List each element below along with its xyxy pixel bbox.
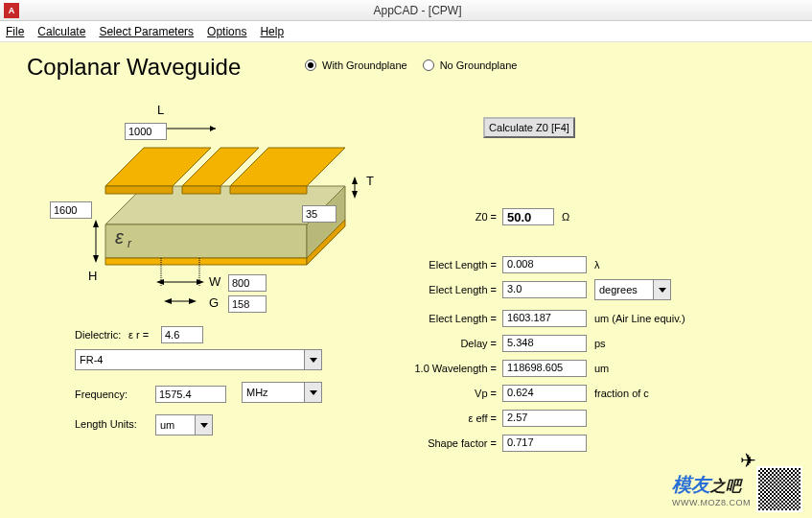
eeff-output: 2.57 [502, 410, 587, 427]
wavelength-output: 118698.605 [502, 360, 587, 377]
svg-marker-7 [182, 186, 220, 194]
groundplane-radio-group: With Groundplane No Groundplane [305, 59, 528, 71]
menu-help[interactable]: Help [260, 25, 284, 38]
dim-L-label: L [157, 103, 164, 117]
svg-marker-20 [93, 220, 99, 227]
svg-marker-18 [352, 191, 358, 199]
length-units-combo[interactable]: um [155, 414, 213, 436]
dielectric-er-label: ε r = [128, 329, 161, 341]
vp-label: Vp = [412, 388, 497, 399]
z0-unit: Ω [562, 211, 569, 223]
cpw-diagram: ε r L T H W G [58, 90, 383, 311]
elen-um-output: 1603.187 [502, 310, 587, 327]
length-units-label: Length Units: [75, 418, 155, 430]
radio-no-groundplane-label: No Groundplane [440, 59, 518, 71]
page-title: Coplanar Waveguide [27, 54, 241, 81]
elen-deg-output: 3.0 [502, 281, 587, 298]
elen-deg-label: Elect Length = [412, 284, 497, 295]
shape-factor-label: Shape factor = [412, 437, 497, 449]
chevron-down-icon[interactable] [195, 415, 212, 435]
svg-marker-29 [189, 298, 197, 304]
svg-marker-28 [164, 298, 172, 304]
chevron-down-icon[interactable] [653, 280, 670, 299]
svg-marker-17 [352, 177, 358, 184]
svg-marker-8 [230, 186, 307, 194]
dim-G-label: G [209, 295, 219, 310]
menu-file[interactable]: File [6, 25, 24, 38]
elen-um-unit: um (Air Line equiv.) [594, 313, 685, 324]
dim-G-input[interactable] [228, 295, 267, 313]
dielectric-material-combo[interactable]: FR-4 [75, 349, 322, 370]
shape-factor-output: 0.717 [502, 435, 587, 452]
watermark: 模友之吧 WWW.MOZ8.COM [672, 466, 802, 512]
vp-output: 0.624 [502, 385, 587, 402]
frequency-label: Frequency: [75, 388, 155, 400]
dielectric-er-input[interactable] [161, 326, 203, 343]
watermark-url: WWW.MOZ8.COM [672, 498, 751, 507]
svg-marker-9 [105, 258, 307, 265]
radio-with-groundplane[interactable] [305, 59, 316, 71]
eeff-label: ε eff = [412, 412, 497, 424]
delay-label: Delay = [412, 338, 497, 349]
dim-L-input[interactable] [125, 123, 167, 140]
menubar: File Calculate Select Parameters Options… [0, 21, 812, 42]
elen-lambda-unit: λ [594, 259, 600, 271]
radio-with-groundplane-label: With Groundplane [322, 59, 407, 71]
window-title: AppCAD - [CPW] [23, 4, 812, 17]
client-area: Coplanar Waveguide With Groundplane No G… [0, 42, 812, 518]
dim-T-label: T [366, 174, 374, 188]
chevron-down-icon[interactable] [304, 350, 321, 369]
menu-options[interactable]: Options [207, 25, 246, 38]
length-units-value: um [160, 419, 174, 431]
radio-no-groundplane[interactable] [423, 59, 434, 71]
svg-marker-15 [210, 126, 216, 131]
z0-output: 50.0 [502, 208, 554, 225]
svg-text:ε: ε [115, 226, 125, 247]
dim-W-input[interactable] [228, 274, 267, 292]
menu-calculate[interactable]: Calculate [37, 25, 85, 38]
chevron-down-icon[interactable] [304, 383, 321, 402]
elen-um-label: Elect Length = [412, 313, 497, 324]
elen-lambda-output: 0.008 [502, 256, 587, 273]
frequency-input[interactable] [155, 386, 226, 403]
delay-output: 5.348 [502, 335, 587, 352]
z0-label: Z0 = [412, 211, 497, 223]
watermark-qr-code [756, 466, 802, 512]
svg-marker-21 [93, 255, 99, 263]
menu-select-parameters[interactable]: Select Parameters [99, 25, 194, 38]
svg-marker-1 [105, 224, 307, 258]
svg-marker-24 [197, 279, 204, 285]
elen-unit-value: degrees [599, 284, 638, 295]
svg-marker-23 [156, 279, 164, 285]
frequency-unit-combo[interactable]: MHz [242, 382, 322, 403]
dim-W-label: W [209, 274, 220, 289]
calculate-z0-button[interactable]: Calculate Z0 [F4] [483, 117, 575, 138]
delay-unit: ps [594, 338, 606, 349]
elen-unit-combo[interactable]: degrees [594, 279, 671, 300]
dielectric-label: Dielectric: [75, 329, 128, 341]
app-icon: A [4, 3, 19, 18]
svg-marker-6 [105, 186, 173, 194]
dim-H-label: H [88, 269, 97, 283]
dim-H-input[interactable] [50, 201, 92, 219]
elen-lambda-label: Elect Length = [412, 259, 497, 271]
dim-T-input[interactable] [302, 205, 336, 223]
watermark-brand: 模友之吧 [672, 472, 751, 498]
wavelength-label: 1.0 Wavelength = [412, 363, 497, 374]
wavelength-unit: um [594, 363, 609, 374]
frequency-unit-value: MHz [246, 387, 268, 398]
window-titlebar: A AppCAD - [CPW] [0, 0, 812, 21]
dielectric-material-value: FR-4 [80, 354, 103, 365]
vp-unit: fraction of c [594, 388, 649, 399]
